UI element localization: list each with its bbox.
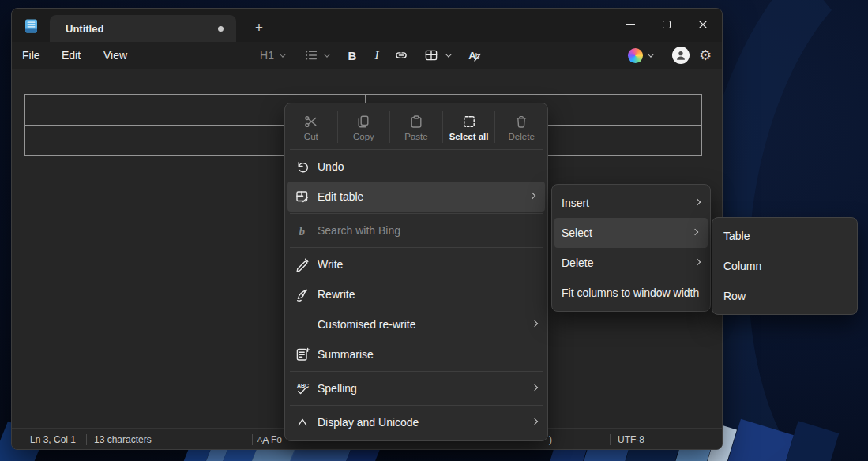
tab-title: Untitled (66, 23, 103, 35)
chevron-down-icon (648, 51, 654, 57)
submenu-item-column[interactable]: Column (712, 251, 857, 281)
write-pen-icon (295, 257, 310, 272)
chevron-down-icon (445, 51, 452, 57)
menu-separator (290, 213, 543, 214)
account-button[interactable] (669, 42, 693, 69)
menu-item-customised-rewrite[interactable]: Customised re-write (285, 309, 547, 339)
link-icon (393, 47, 409, 63)
new-tab-button[interactable]: + (246, 15, 272, 40)
chevron-right-icon (694, 199, 701, 205)
delete-label: Delete (509, 132, 535, 141)
select-all-button[interactable]: Select all (443, 107, 495, 148)
person-icon (674, 48, 688, 62)
menu-item-undo[interactable]: Undo (285, 152, 547, 182)
submenu-item-label: Row (723, 290, 746, 302)
copy-button[interactable]: Copy (338, 107, 390, 148)
menu-item-search-with-bing[interactable]: b Search with Bing (285, 216, 547, 245)
paste-label: Paste (404, 132, 427, 141)
cursor-position: Ln 3, Col 1 (30, 429, 76, 450)
copilot-dropdown[interactable] (645, 42, 656, 69)
minimize-button[interactable] (612, 12, 648, 37)
copilot-icon (628, 48, 643, 63)
menu-item-label: Write (318, 258, 343, 271)
encoding[interactable]: UTF-8 (618, 429, 644, 450)
table-button[interactable] (421, 42, 442, 69)
cut-button[interactable]: Cut (285, 107, 337, 148)
submenu-item-select[interactable]: Select (554, 218, 708, 248)
bullet-list-icon (303, 47, 319, 63)
heading-style-dropdown[interactable] (277, 42, 288, 69)
chevron-down-icon (324, 51, 330, 57)
clear-formatting-button[interactable]: A b (464, 42, 486, 69)
list-dropdown[interactable] (321, 42, 333, 69)
clear-formatting-icon: A b (467, 47, 483, 63)
undo-icon (295, 159, 310, 174)
submenu-item-label: Column (723, 260, 761, 272)
unsaved-indicator-dot (218, 26, 224, 32)
menu-item-label: Customised re-write (318, 318, 415, 331)
titlebar: Untitled + (12, 9, 722, 42)
tab-untitled[interactable]: Untitled (50, 15, 236, 42)
chevron-right-icon (692, 229, 698, 235)
italic-button[interactable]: I (366, 42, 387, 69)
chevron-right-icon (529, 193, 535, 199)
close-button[interactable] (685, 12, 721, 37)
menu-item-summarise[interactable]: Summarise (285, 339, 547, 369)
chevron-right-icon (694, 259, 701, 265)
menu-item-write[interactable]: Write (285, 249, 547, 279)
bold-button[interactable]: B (342, 42, 363, 69)
submenu-item-row[interactable]: Row (712, 281, 857, 311)
submenu-item-delete[interactable]: Delete (552, 248, 710, 278)
submenu-item-label: Delete (562, 257, 593, 269)
menu-view[interactable]: View (103, 42, 127, 69)
chevron-right-icon (532, 418, 538, 425)
scissors-icon (303, 114, 319, 129)
maximize-icon (663, 21, 671, 28)
submenu-item-insert[interactable]: Insert (552, 188, 710, 218)
copilot-button[interactable] (625, 42, 645, 69)
status-divider (252, 434, 253, 445)
menu-separator (290, 371, 543, 372)
paste-icon (408, 114, 424, 129)
submenu-item-table[interactable]: Table (712, 221, 857, 251)
gear-icon: ⚙ (699, 48, 712, 62)
heading-style-label: H1 (260, 49, 274, 62)
menu-item-edit-table[interactable]: Edit table (287, 182, 545, 212)
menu-item-spelling[interactable]: ABC Spelling (285, 373, 547, 403)
menu-item-display-and-unicode[interactable]: Display and Unicode (285, 407, 547, 437)
bold-label: B (348, 49, 357, 62)
menu-separator (290, 405, 543, 406)
chevron-right-icon (532, 384, 538, 391)
italic-label: I (375, 49, 379, 62)
edit-table-icon (295, 189, 310, 204)
menu-item-rewrite[interactable]: Rewrite (285, 279, 547, 309)
font-label-fragment: Fo (271, 429, 282, 450)
menubar: File Edit View H1 B I (12, 42, 722, 69)
submenu-item-label: Insert (562, 197, 589, 209)
font-size-large-a: A (262, 434, 269, 446)
table-dropdown[interactable] (443, 42, 454, 69)
quick-action-row: Cut Copy Paste Select all (285, 107, 547, 148)
chevron-down-icon (280, 51, 286, 57)
font-size-icon[interactable]: AA (257, 429, 269, 450)
submenu-item-fit-columns[interactable]: Fit columns to window width (552, 278, 710, 308)
notepad-app-icon (24, 18, 39, 34)
settings-button[interactable]: ⚙ (694, 42, 716, 69)
trash-icon (513, 114, 529, 129)
heading-style-button[interactable]: H1 (255, 42, 279, 69)
paste-button[interactable]: Paste (390, 107, 442, 148)
menu-item-label: Spelling (318, 382, 357, 395)
delete-button[interactable]: Delete (495, 107, 547, 148)
list-button[interactable] (301, 42, 321, 69)
submenu-item-label: Table (723, 230, 750, 242)
link-button[interactable] (391, 42, 411, 69)
menu-item-label: Rewrite (318, 288, 355, 301)
line-ending-fragment: ) (549, 429, 552, 450)
maximize-button[interactable] (648, 12, 685, 37)
context-menu: Cut Copy Paste Select all (284, 103, 548, 441)
cut-label: Cut (304, 132, 318, 141)
menu-edit[interactable]: Edit (62, 42, 81, 69)
menu-file[interactable]: File (22, 42, 40, 69)
select-all-icon (461, 114, 477, 129)
submenu-item-label: Select (562, 227, 592, 239)
